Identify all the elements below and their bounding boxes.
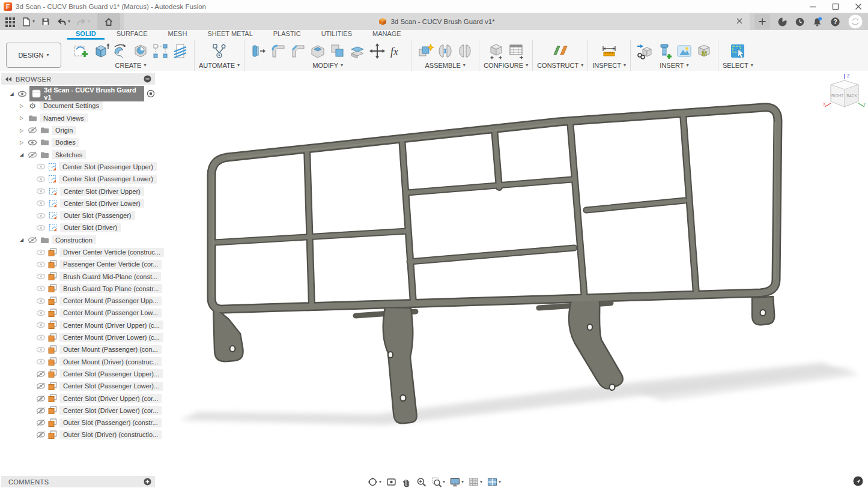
tree-row[interactable]: Center Slot (Passenger Lower) (1, 173, 155, 185)
eye-icon[interactable] (36, 334, 46, 341)
new-tab-button[interactable] (754, 14, 770, 29)
construction-plane-icon[interactable] (551, 41, 570, 61)
extrude-icon[interactable] (91, 41, 111, 61)
eye-icon[interactable] (36, 212, 46, 219)
tree-row[interactable]: ▷⚙Document Settings (1, 100, 155, 112)
collapse-arrow[interactable]: ◢ (18, 237, 25, 242)
viewports-icon[interactable]: ▾ (487, 477, 501, 487)
file-new-icon[interactable]: ▾ (21, 17, 35, 27)
ribbon-tab-surface[interactable]: SURFACE (108, 30, 156, 40)
tree-row[interactable]: Outer Slot (Driver) (1, 221, 155, 233)
tree-row[interactable]: Driver Center Verticle (construc... (1, 246, 155, 258)
eye-off-icon[interactable] (36, 382, 46, 390)
section-label-configure[interactable]: CONFIGURE▾ (484, 61, 528, 69)
tree-row[interactable]: Center Mount (Driver Upper) (c... (1, 319, 155, 331)
section-label-insert[interactable]: INSERT▾ (660, 61, 688, 69)
shell-icon[interactable] (308, 41, 327, 61)
eye-icon[interactable] (36, 273, 46, 280)
create-sketch-icon[interactable] (71, 41, 91, 61)
section-label-select[interactable]: SELECT▾ (723, 61, 753, 69)
minimize-icon[interactable] (809, 3, 816, 10)
chevron-down-icon[interactable]: ▾ (443, 480, 445, 484)
rectangular-pattern-icon[interactable] (151, 41, 170, 61)
eye-icon[interactable] (36, 346, 46, 353)
eye-off-icon[interactable] (36, 370, 46, 378)
eye-off-icon[interactable] (28, 151, 37, 158)
tree-row[interactable]: Outer Mount (Passenger) (con... (1, 343, 155, 355)
redo-icon[interactable]: ▾ (76, 17, 90, 26)
tree-row[interactable]: Outer Slot (Passenger) (constr... (1, 417, 155, 429)
eye-off-icon[interactable] (36, 419, 46, 426)
tree-row[interactable]: ◢Sketches (1, 148, 155, 160)
expand-arrow[interactable]: ▷ (18, 140, 25, 145)
orbit-icon[interactable]: ▾ (367, 477, 381, 487)
eye-icon[interactable] (36, 310, 46, 316)
eye-icon[interactable] (36, 358, 46, 365)
insert-mcmaster-icon[interactable]: M (694, 41, 714, 61)
app-grid-icon[interactable] (5, 17, 15, 27)
ribbon-tab-manage[interactable]: MANAGE (364, 30, 410, 40)
change-parameters-icon[interactable]: fx (387, 41, 407, 61)
revolve-icon[interactable] (111, 41, 130, 61)
collapse-arrow[interactable]: ◢ (8, 91, 15, 97)
eye-icon[interactable] (17, 91, 27, 97)
section-label-inspect[interactable]: INSPECT▾ (592, 61, 626, 69)
ribbon-tab-plastic[interactable]: PLASTIC (265, 30, 309, 40)
fillet-icon[interactable] (269, 41, 288, 61)
move-copy-icon[interactable] (368, 41, 387, 61)
tree-row[interactable]: Outer Slot (Driver) (constructio... (1, 429, 155, 441)
eye-icon[interactable] (36, 298, 46, 304)
close-tab-icon[interactable] (735, 17, 744, 25)
expand-arrow[interactable]: ▷ (18, 115, 25, 121)
eye-off-icon[interactable] (36, 407, 46, 414)
section-label-assemble[interactable]: ASSEMBLE▾ (425, 61, 465, 69)
ribbon-tab-solid[interactable]: SOLID (67, 30, 105, 40)
chevron-down-icon[interactable]: ▾ (32, 19, 35, 24)
section-label-modify[interactable]: MODIFY▾ (312, 61, 343, 69)
insert-derive-icon[interactable] (635, 41, 654, 61)
comments-bar[interactable]: COMMENTS (1, 476, 155, 487)
chevron-down-icon[interactable]: ▾ (480, 480, 482, 484)
expand-arrow[interactable]: ▷ (18, 128, 25, 133)
help-icon[interactable]: ? (830, 17, 840, 27)
tree-row[interactable]: Center Mount (Passenger Low... (1, 307, 155, 319)
new-component-icon[interactable] (416, 41, 435, 61)
eye-icon[interactable] (36, 224, 46, 231)
tree-row[interactable]: ▷Bodies (1, 136, 155, 148)
chevron-down-icon[interactable]: ▾ (461, 480, 464, 484)
tree-row[interactable]: Outer Slot (Passenger) (1, 209, 155, 221)
expand-comments-icon[interactable] (144, 478, 151, 486)
insert-fastener-icon[interactable] (655, 41, 674, 61)
tree-row[interactable]: Center Slot (Driver Lower) (1, 197, 155, 209)
home-button[interactable] (97, 13, 120, 30)
press-pull-icon[interactable] (249, 41, 268, 61)
eye-icon[interactable] (36, 249, 46, 256)
collapse-panel-icon[interactable] (5, 76, 12, 82)
section-label-construct[interactable]: CONSTRUCT▾ (537, 61, 583, 69)
tree-row[interactable]: ▷Origin (1, 124, 155, 136)
canvas-icon[interactable] (675, 41, 694, 61)
tree-row[interactable]: Outer Mount (Driver) (construc... (1, 356, 155, 368)
combine-icon[interactable] (328, 41, 347, 61)
tree-row[interactable]: Center Mount (Driver Lower) (c... (1, 331, 155, 343)
tree-row[interactable]: Center Slot (Passenger Upper)... (1, 368, 155, 380)
extensions-icon[interactable] (777, 17, 788, 27)
offset-face-icon[interactable] (348, 41, 367, 61)
save-icon[interactable] (41, 17, 50, 26)
configuration-icon[interactable] (487, 41, 506, 61)
tree-row[interactable]: Brush Guard Top Plane (constr... (1, 283, 155, 295)
tree-row[interactable]: Center Slot (Passenger Upper) (1, 161, 155, 173)
maximize-icon[interactable] (832, 3, 839, 10)
pan-icon[interactable] (401, 477, 411, 487)
browser-header[interactable]: BROWSER (1, 73, 155, 85)
chevron-down-icon[interactable]: ▾ (68, 19, 70, 24)
tree-row[interactable]: ▷Named Views (1, 112, 155, 124)
document-tab[interactable]: 3d Scan - CUCV Brush Guard v1* (378, 17, 494, 26)
eye-icon[interactable] (36, 261, 46, 268)
chevron-down-icon[interactable]: ▾ (379, 480, 381, 484)
select-icon[interactable] (728, 41, 747, 61)
eye-icon[interactable] (36, 285, 46, 292)
avatar[interactable] (848, 14, 863, 29)
expand-arrow[interactable]: ▷ (18, 103, 25, 109)
grid-settings-icon[interactable]: ▾ (468, 477, 482, 487)
